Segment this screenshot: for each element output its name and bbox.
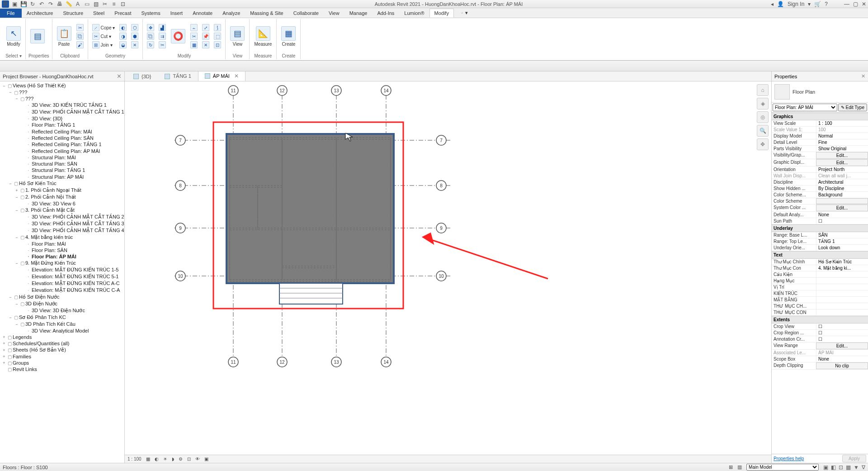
tab-steel[interactable]: Steel bbox=[88, 9, 109, 18]
qat-print-icon[interactable]: 🖶 bbox=[56, 0, 63, 8]
property-row[interactable]: Default Analy...None bbox=[772, 212, 868, 218]
tree-item[interactable]: −▢Sơ Đồ Phân Tích KC bbox=[0, 314, 124, 321]
property-row[interactable]: Range: Top Le...TẦNG 1 bbox=[772, 238, 868, 245]
signin-link[interactable]: Sign In bbox=[788, 1, 804, 7]
home-view-icon[interactable]: ⌂ bbox=[757, 84, 769, 96]
qat-save-icon[interactable]: 💾 bbox=[20, 0, 27, 8]
view-tab[interactable]: TẦNG 1 bbox=[158, 71, 198, 81]
property-row[interactable]: Associated Le...ÁP MÁI bbox=[772, 350, 868, 356]
tree-item[interactable]: +▢Sheets (Hồ Sơ Bản Vẽ) bbox=[0, 347, 124, 353]
project-browser-tree[interactable]: −▢Views (Hồ Sơ Thiết Kế)−▢???−▢???·3D Vi… bbox=[0, 81, 124, 463]
qat-sheet-icon[interactable]: ▭ bbox=[83, 0, 90, 8]
property-row[interactable]: Graphic Displ...Edit... bbox=[772, 159, 868, 167]
property-row[interactable]: THƯ MỤC CON bbox=[772, 309, 868, 316]
property-row[interactable]: View RangeEdit... bbox=[772, 343, 868, 350]
properties-close-icon[interactable]: ✕ bbox=[861, 73, 865, 79]
property-row[interactable]: Show Hidden ...By Discipline bbox=[772, 186, 868, 192]
clipboard-match-button[interactable]: 🖌 bbox=[75, 41, 85, 49]
split-button[interactable]: ✂ bbox=[189, 32, 199, 40]
tree-item[interactable]: −▢Hồ Sơ Điện Nước bbox=[0, 294, 124, 300]
tree-item[interactable]: ·Structural Plan: ÁP MÁI bbox=[0, 174, 124, 180]
tab-structure[interactable]: Structure bbox=[58, 9, 88, 18]
tab-lumion[interactable]: Lumion® bbox=[399, 9, 429, 18]
main-model-select[interactable]: Main Model bbox=[746, 464, 819, 471]
property-group-header[interactable]: Text bbox=[772, 251, 868, 259]
mod-extra-3[interactable]: ⊡ bbox=[212, 41, 222, 49]
geom-tool-2[interactable]: ◑ bbox=[118, 32, 128, 40]
property-row[interactable]: System Color ...Edit... bbox=[772, 205, 868, 212]
tree-item[interactable]: +▢Groups bbox=[0, 360, 124, 366]
tree-item[interactable]: ·3D View: Analytical Model bbox=[0, 328, 124, 334]
tree-item[interactable]: −▢3. Phối Cảnh Mặt Cắt bbox=[0, 207, 124, 214]
property-row[interactable]: Underlay Orie...Look down bbox=[772, 245, 868, 251]
delete-button[interactable]: ✕ bbox=[201, 41, 211, 49]
user-icon[interactable]: 👤 bbox=[777, 1, 784, 7]
property-list[interactable]: GraphicsView Scale1 : 100Scale Value 1:1… bbox=[772, 113, 868, 454]
property-row[interactable]: Display ModelNormal bbox=[772, 133, 868, 139]
mod-extra-2[interactable]: ⬚ bbox=[212, 32, 222, 40]
worksets-icon[interactable]: ⊞ bbox=[729, 464, 733, 470]
vc-reveal-icon[interactable]: ▣ bbox=[204, 457, 208, 461]
tree-item[interactable]: +▢1. Phối Cảnh Ngoại Thất bbox=[0, 187, 124, 194]
close-window-icon[interactable]: ✕ bbox=[862, 1, 866, 7]
scale-button[interactable]: ⤢ bbox=[201, 24, 211, 32]
design-options-icon[interactable]: ▥ bbox=[737, 464, 742, 470]
vc-crop-icon[interactable]: ⊡ bbox=[187, 457, 191, 461]
steering-wheel-icon[interactable]: ◎ bbox=[757, 111, 769, 123]
sb-icon-3[interactable]: ⊡ bbox=[839, 464, 843, 471]
property-row[interactable]: Visibility/Grap...Edit... bbox=[772, 152, 868, 159]
app-exchange-icon[interactable]: ▾ bbox=[808, 1, 811, 7]
qat-3d-icon[interactable]: ▧ bbox=[92, 0, 99, 8]
tab-manage[interactable]: Manage bbox=[344, 9, 373, 18]
cart-icon[interactable]: 🛒 bbox=[814, 1, 821, 7]
tree-item[interactable]: ·Floor Plan: MÁI bbox=[0, 241, 124, 247]
tab-extra-icon[interactable]: ▫️▾ bbox=[454, 8, 473, 18]
tab-view[interactable]: View bbox=[324, 9, 344, 18]
qat-thin-icon[interactable]: ≡ bbox=[110, 0, 118, 8]
properties-button[interactable]: ▤ bbox=[28, 28, 47, 44]
tree-item[interactable]: ·Elevation: MẶT ĐỨNG KIẾN TRÚC C-A bbox=[0, 287, 124, 294]
qat-close-icon[interactable]: ⊡ bbox=[119, 0, 127, 8]
property-row[interactable]: Cấu Kiện bbox=[772, 271, 868, 278]
property-row[interactable]: Scope BoxNone bbox=[772, 356, 868, 362]
view-tab[interactable]: {3D} bbox=[127, 72, 158, 81]
pan-icon[interactable]: ✥ bbox=[757, 138, 769, 150]
tree-item[interactable]: ·3D View: 3D Điện Nước bbox=[0, 307, 124, 314]
tree-item[interactable]: ·3D View: {3D} bbox=[0, 115, 124, 122]
property-row[interactable]: Wall Join Disp...Clean all wall j... bbox=[772, 173, 868, 179]
tree-item[interactable]: ·Floor Plan: TẦNG 1 bbox=[0, 122, 124, 128]
vc-style-icon[interactable]: ◐ bbox=[155, 457, 159, 461]
vc-hide-icon[interactable]: 👁 bbox=[195, 457, 200, 461]
project-browser-close-icon[interactable]: ✕ bbox=[117, 73, 122, 80]
property-row[interactable]: Color Scheme...Background bbox=[772, 192, 868, 198]
tree-item[interactable]: ·Structural Plan: TẦNG 1 bbox=[0, 167, 124, 174]
tree-item[interactable]: −▢9. Mặt Đứng Kiến Trúc bbox=[0, 260, 124, 266]
tree-item[interactable]: +▢Schedules/Quantities (all) bbox=[0, 340, 124, 347]
property-row[interactable]: Vị Trí bbox=[772, 284, 868, 290]
property-row[interactable]: Scale Value 1:100 bbox=[772, 127, 868, 133]
close-tab-icon[interactable]: ✕ bbox=[234, 73, 239, 79]
tree-item[interactable]: ·Structural Plan: MÁI bbox=[0, 154, 124, 161]
qat-sync-icon[interactable]: ↻ bbox=[29, 0, 36, 8]
help-icon[interactable]: ? bbox=[825, 1, 828, 7]
view-button[interactable]: ▤View bbox=[228, 25, 246, 48]
property-row[interactable]: Thư Mục Con4. Mặt bằng ki... bbox=[772, 265, 868, 271]
tree-item[interactable]: ·3D View: PHỐI CẢNH MẶT CẮT TẦNG 4 bbox=[0, 227, 124, 234]
tab-annotate[interactable]: Annotate bbox=[188, 9, 217, 18]
property-row[interactable]: DisciplineArchitectural bbox=[772, 179, 868, 186]
property-group-header[interactable]: Graphics bbox=[772, 113, 868, 120]
nav-cube-icon[interactable]: ◈ bbox=[757, 98, 769, 109]
property-row[interactable]: Depth ClippingNo clip bbox=[772, 362, 868, 370]
sb-icon-1[interactable]: ▣ bbox=[823, 464, 828, 471]
paste-button[interactable]: 📋Paste bbox=[55, 25, 73, 48]
tree-item[interactable]: +▢Families bbox=[0, 353, 124, 360]
cope-button[interactable]: ⟋Cope ▾ bbox=[91, 24, 117, 32]
qat-open-icon[interactable]: ▣ bbox=[11, 0, 18, 8]
edit-type-button[interactable]: ✎Edit Type bbox=[838, 104, 867, 111]
info-center-icon[interactable]: ◂ bbox=[771, 1, 774, 7]
tree-item[interactable]: ·Structural Plan: SÂN bbox=[0, 161, 124, 167]
align-button[interactable]: ⫠ bbox=[189, 24, 199, 32]
tree-item[interactable]: −▢Views (Hồ Sơ Thiết Kế) bbox=[0, 82, 124, 89]
vc-sun-icon[interactable]: ☀ bbox=[163, 457, 167, 461]
tree-item[interactable]: −▢??? bbox=[0, 89, 124, 95]
